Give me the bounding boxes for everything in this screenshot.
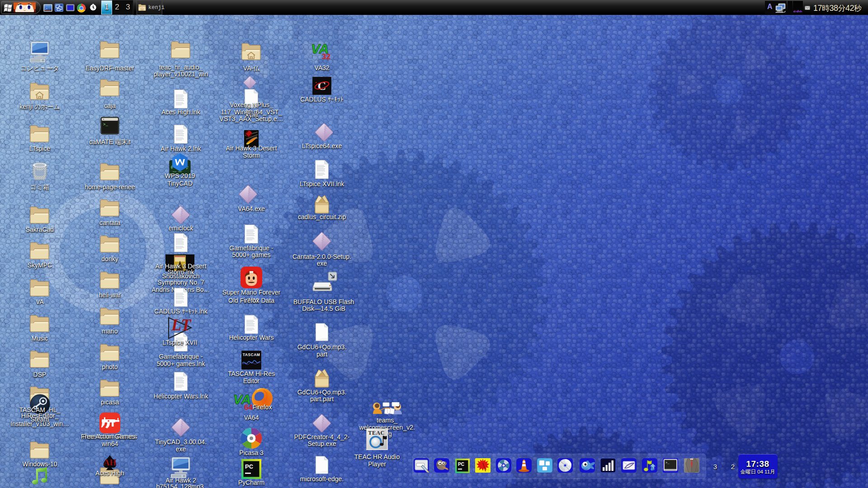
svg-text:PC: PC [245, 463, 254, 470]
svg-text:TEAC: TEAC [368, 430, 385, 436]
svg-text:>_: >_ [103, 122, 108, 127]
svg-text:32: 32 [322, 52, 330, 61]
svg-text:LT: LT [171, 316, 192, 334]
svg-text:PC: PC [458, 462, 464, 467]
svg-text:>_: >_ [665, 461, 670, 465]
svg-text:AH: AH [104, 458, 117, 467]
